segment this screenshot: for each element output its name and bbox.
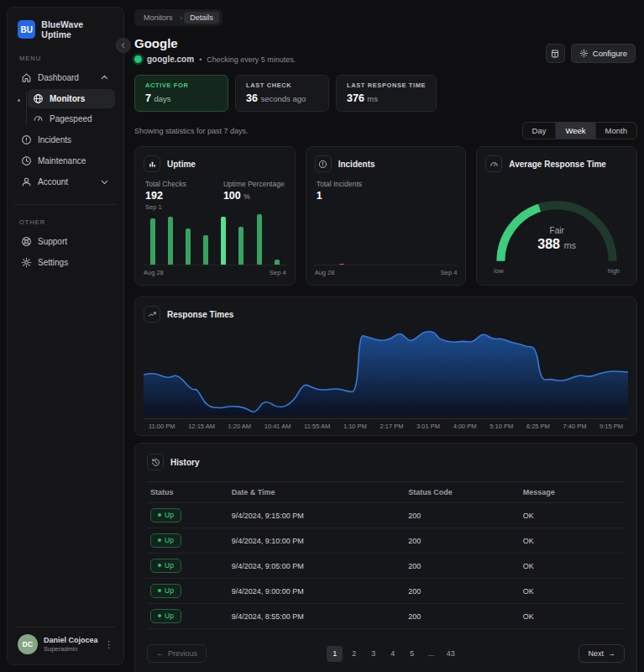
report-icon	[550, 49, 560, 59]
uptime-pct-label: Uptime Percentage	[223, 180, 285, 188]
hovered-bar-date: Sep 1	[144, 203, 286, 211]
incidents-bar-chart[interactable]	[315, 202, 458, 265]
page-number-1[interactable]: 1	[327, 646, 343, 662]
stat-label: LAST RESPONSE TIME	[347, 81, 426, 89]
toggle-week[interactable]: Week	[556, 123, 595, 139]
previous-label: Previous	[168, 649, 197, 658]
response-gauge: Fair 388 ms low high	[485, 172, 628, 276]
datetime-cell: 9/4/2024, 9:10:00 PM	[228, 528, 406, 554]
table-row[interactable]: Up9/4/2024, 9:15:00 PM200OK	[147, 503, 625, 528]
chevron-left-icon	[119, 41, 128, 50]
next-page-button[interactable]: Next →	[579, 644, 625, 663]
bar-sep-1[interactable]	[221, 217, 226, 265]
table-row[interactable]: Up9/4/2024, 8:55:00 PM200OK	[147, 604, 625, 629]
x-tick-label: 7:40 PM	[563, 423, 586, 430]
x-tick-label: 6:25 PM	[526, 423, 550, 430]
sidebar-item-label: Account	[38, 177, 93, 186]
bar-aug-29[interactable]	[339, 264, 344, 265]
toggle-month[interactable]: Month	[596, 123, 636, 139]
table-row[interactable]: Up9/4/2024, 9:10:00 PM200OK	[147, 528, 625, 554]
uptime-card: Uptime Total Checks 192 Uptime Percentag…	[134, 146, 296, 286]
uptime-pct-unit: %	[243, 192, 250, 201]
arrow-left-icon: ←	[156, 649, 164, 658]
bar-aug-31[interactable]	[203, 235, 208, 265]
page-number-43[interactable]: 43	[442, 646, 458, 662]
message-cell: OK	[520, 579, 625, 604]
x-tick-label: 3:01 PM	[416, 423, 440, 430]
status-code-cell: 200	[405, 554, 520, 579]
x-tick-label: 4:00 PM	[453, 423, 477, 430]
page-number-2[interactable]: 2	[346, 646, 362, 662]
bar-aug-29[interactable]	[168, 217, 173, 265]
breadcrumb-monitors[interactable]: Monitors	[138, 12, 179, 24]
sidebar-item-account[interactable]: Account	[16, 172, 115, 192]
stat-last-response-time: LAST RESPONSE TIME 376 ms	[336, 75, 437, 112]
message-cell: OK	[520, 604, 625, 629]
gauge-icon	[490, 160, 499, 169]
sidebar-item-support[interactable]: Support	[16, 232, 115, 251]
bar-sep-2[interactable]	[238, 227, 243, 265]
table-row[interactable]: Up9/4/2024, 9:05:00 PM200OK	[147, 554, 625, 579]
user-menu-kebab-icon[interactable]: ⋮	[104, 639, 113, 650]
status-badge: Up	[150, 559, 181, 573]
sidebar-item-label: Settings	[38, 258, 110, 267]
avatar: DC	[18, 634, 38, 654]
uptime-bar-chart[interactable]	[144, 213, 286, 265]
main-content: Monitors › Details Google google.com • C…	[134, 7, 637, 665]
total-checks-value: 192	[145, 190, 186, 202]
trend-line-icon	[148, 310, 157, 319]
status-code-cell: 200	[405, 604, 520, 629]
brand-logo: BU	[18, 20, 35, 39]
sidebar-item-incidents[interactable]: Incidents	[16, 130, 115, 150]
breadcrumb-details[interactable]: Details	[184, 12, 219, 24]
bar-aug-30[interactable]	[186, 228, 191, 265]
x-tick-label: 12:15 AM	[188, 423, 215, 430]
x-axis-start: Aug 28	[315, 269, 335, 276]
bar-sep-3[interactable]	[257, 214, 262, 265]
up-dot	[158, 538, 161, 542]
response-times-icon-box	[144, 306, 160, 323]
user-icon	[21, 176, 32, 187]
up-dot	[158, 513, 161, 517]
bar-chart-icon	[148, 160, 157, 169]
sidebar-item-dashboard[interactable]: Dashboard	[16, 68, 115, 87]
sidebar-item-monitors[interactable]: Monitors	[28, 89, 115, 108]
avg-response-card: Average Response Time Fair 388 ms low hi…	[476, 146, 637, 286]
uptime-card-title: Uptime	[167, 160, 196, 169]
toggle-day[interactable]: Day	[523, 123, 557, 139]
page-number-5[interactable]: 5	[404, 646, 420, 662]
bar-sep-4[interactable]	[275, 260, 280, 265]
stat-unit: ms	[367, 94, 378, 103]
datetime-cell: 9/4/2024, 9:05:00 PM	[228, 554, 406, 579]
app-root: BU BlueWave Uptime MENU Dashboard Monito…	[0, 0, 644, 672]
stat-unit: seconds ago	[260, 94, 306, 103]
sidebar-item-settings[interactable]: Settings	[16, 253, 115, 272]
history-table: StatusDate & TimeStatus CodeMessage Up9/…	[147, 481, 625, 629]
x-tick-label: 11:00 PM	[149, 423, 175, 430]
sidebar-item-label: Maintenance	[38, 156, 110, 165]
report-button[interactable]	[546, 44, 565, 63]
page-number-3[interactable]: 3	[365, 646, 381, 662]
sidebar-collapse-button[interactable]	[116, 38, 131, 53]
bar-aug-28[interactable]	[150, 218, 155, 265]
status-badge: Up	[150, 533, 181, 548]
status-code-cell: 200	[405, 579, 520, 604]
page-number-4[interactable]: 4	[385, 646, 401, 662]
previous-page-button[interactable]: ← Previous	[147, 644, 207, 663]
subtitle-separator: •	[199, 55, 202, 64]
user-profile[interactable]: DC Daniel Cojocea Superadmin ⋮	[16, 627, 115, 654]
datetime-cell: 9/4/2024, 9:15:00 PM	[228, 503, 406, 528]
avg-response-card-title: Average Response Time	[509, 160, 606, 169]
breadcrumb-separator-icon: ›	[181, 14, 183, 22]
lifebuoy-icon	[21, 236, 32, 247]
status-badge: Up	[150, 508, 181, 522]
configure-button[interactable]: Configure	[571, 44, 636, 63]
page-number-list: 12345...43	[207, 646, 579, 662]
sidebar-item-maintenance[interactable]: Maintenance	[16, 151, 115, 171]
sidebar-item-pagespeed[interactable]: Pagespeed	[28, 109, 115, 129]
response-times-area-chart[interactable]	[144, 328, 628, 418]
sidebar-item-label: Monitors	[50, 94, 110, 103]
table-row[interactable]: Up9/4/2024, 9:00:00 PM200OK	[147, 579, 625, 604]
globe-icon	[33, 93, 44, 104]
other-section-label: OTHER	[19, 218, 112, 226]
